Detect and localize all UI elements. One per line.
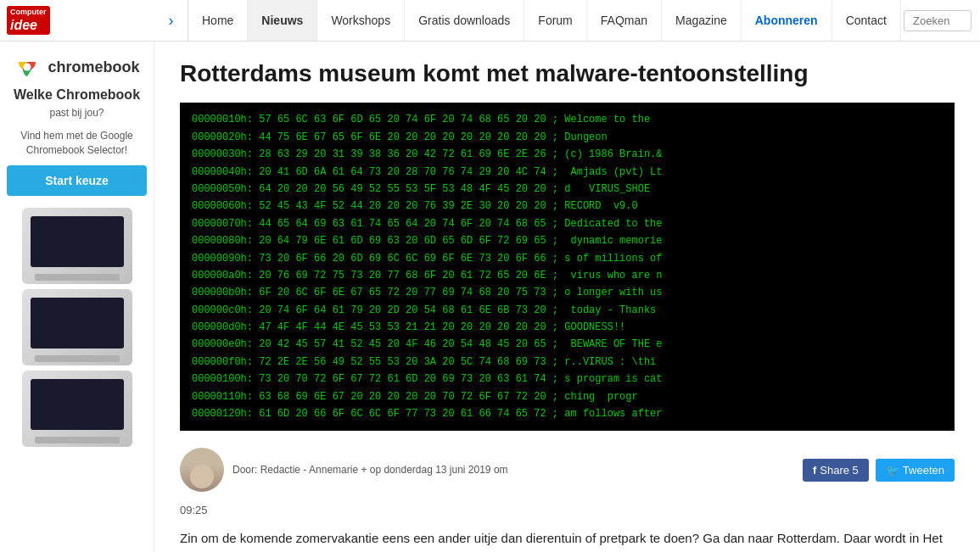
code-line: 00000110h: 63 68 69 6E 67 20 20 20 20 20… — [192, 388, 943, 405]
code-line: 00000020h: 44 75 6E 67 65 6F 6E 20 20 20… — [192, 129, 943, 146]
nav-workshops[interactable]: Workshops — [317, 0, 405, 41]
code-line: 00000010h: 57 65 6C 63 6F 6D 65 20 74 6F… — [192, 111, 943, 128]
twitter-tweet-button[interactable]: 🐦 Tweeten — [876, 459, 955, 482]
tw-icon: 🐦 — [886, 464, 899, 477]
social-buttons: f Share 5 🐦 Tweeten — [803, 459, 955, 482]
search-input[interactable] — [904, 10, 972, 31]
author-left: Door: Redactie - Annemarie + op donderda… — [180, 448, 508, 492]
article-body: Zin om de komende zomervakantie eens een… — [180, 528, 955, 552]
article-title: Rotterdams museum komt met malware-tento… — [180, 59, 955, 89]
nav-contact[interactable]: Contact — [832, 0, 901, 41]
code-line: 000000b0h: 6F 20 6C 6F 6E 67 65 72 20 77… — [192, 284, 943, 301]
timestamp: 09:25 — [180, 504, 955, 516]
main-nav: Home Nieuws Workshops Gratis downloads F… — [188, 0, 904, 41]
ad-headline: Welke Chromebook — [7, 87, 147, 103]
laptop-image-2 — [22, 289, 132, 365]
code-line: 00000050h: 64 20 20 20 56 49 52 55 53 5F… — [192, 181, 943, 198]
header: Computer idee › Home Nieuws Workshops Gr… — [0, 0, 980, 42]
avatar-shape — [180, 448, 224, 492]
nav-magazine[interactable]: Magazine — [662, 0, 742, 41]
code-image: 00000010h: 57 65 6C 63 6F 6D 65 20 74 6F… — [180, 103, 955, 431]
code-line: 000000f0h: 72 2E 2E 56 49 52 55 53 20 3A… — [192, 354, 943, 371]
code-line: 00000080h: 20 64 79 6E 61 6D 69 63 20 6D… — [192, 232, 943, 249]
author-row: Door: Redactie - Annemarie + op donderda… — [180, 443, 955, 497]
code-line: 000000a0h: 20 76 69 72 75 73 20 77 68 6F… — [192, 267, 943, 284]
code-line: 00000030h: 28 63 29 20 31 39 38 36 20 42… — [192, 146, 943, 163]
code-line: 000000d0h: 47 4F 4F 44 4E 45 53 53 21 21… — [192, 319, 943, 336]
svg-point-2 — [24, 64, 31, 71]
nav-home[interactable]: Home — [188, 0, 248, 41]
nav-faqman[interactable]: FAQman — [587, 0, 662, 41]
author-meta: Door: Redactie - Annemarie + op donderda… — [232, 464, 508, 476]
code-line: 00000040h: 20 41 6D 6A 61 64 73 20 28 70… — [192, 164, 943, 181]
logo-top: Computer — [10, 8, 47, 17]
nav-abonneren[interactable]: Abonneren — [742, 0, 832, 41]
nav-gratis-downloads[interactable]: Gratis downloads — [405, 0, 524, 41]
code-line: 00000100h: 73 20 70 72 6F 67 72 61 6D 20… — [192, 371, 943, 388]
code-line: 000000c0h: 20 74 6F 64 61 79 20 2D 20 54… — [192, 302, 943, 319]
chromebook-brand-text: chromebook — [48, 59, 139, 76]
logo-bottom: idee — [10, 18, 37, 32]
sidebar-ad: chromebook Welke Chromebook past bij jou… — [7, 53, 147, 447]
avatar-head — [190, 465, 214, 488]
code-line: 00000060h: 52 45 43 4F 52 44 20 20 20 76… — [192, 198, 943, 215]
logo-box: Computer idee — [7, 6, 50, 35]
author-avatar — [180, 448, 224, 492]
chevron-nav[interactable]: › — [154, 0, 188, 41]
nav-forum[interactable]: Forum — [524, 0, 586, 41]
start-keuze-button[interactable]: Start keuze — [7, 165, 147, 196]
fb-label: Share 5 — [820, 464, 859, 477]
tw-label: Tweeten — [903, 464, 944, 477]
article-content: Rotterdams museum komt met malware-tento… — [154, 42, 980, 552]
chromebook-logo: chromebook — [7, 53, 147, 81]
code-line: 000000e0h: 20 42 45 57 41 52 45 20 4F 46… — [192, 336, 943, 353]
laptop-image-3 — [22, 371, 132, 447]
code-line: 00000070h: 44 65 64 69 63 61 74 65 64 20… — [192, 215, 943, 232]
main-layout: chromebook Welke Chromebook past bij jou… — [0, 42, 980, 552]
facebook-share-button[interactable]: f Share 5 — [803, 459, 869, 482]
ad-sub2: Vind hem met de Google Chromebook Select… — [7, 129, 147, 158]
chrome-icon — [14, 53, 41, 81]
sidebar: chromebook Welke Chromebook past bij jou… — [0, 42, 154, 552]
laptop-image-1 — [22, 208, 132, 284]
nav-nieuws[interactable]: Nieuws — [248, 0, 317, 41]
logo-area: Computer idee — [0, 6, 154, 35]
code-line: 00000120h: 61 6D 20 66 6F 6C 6C 6F 77 73… — [192, 405, 943, 422]
ad-sub1: past bij jou? — [7, 106, 147, 120]
code-line: 00000090h: 73 20 6F 66 20 6D 69 6C 6C 69… — [192, 250, 943, 267]
fb-icon: f — [813, 464, 816, 477]
